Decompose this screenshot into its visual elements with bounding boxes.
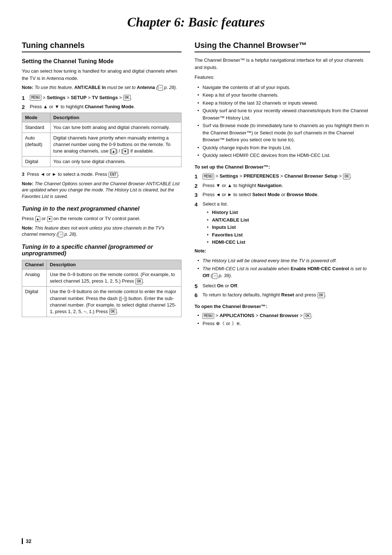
left-column: Tuning channels Setting the Channel Tuni… bbox=[22, 41, 181, 321]
channel-browser-title: Using the Channel Browser™ bbox=[195, 41, 370, 52]
channel-browser-intro: The Channel Browser™ is a helpful naviga… bbox=[195, 57, 370, 71]
setting-channel-tuning-mode: Setting the Channel Tuning Mode You can … bbox=[22, 58, 181, 200]
setting-intro: You can select how tuning is handled for… bbox=[22, 68, 181, 82]
table-row: Digital You can only tune digital channe… bbox=[22, 157, 181, 167]
desc-col-header: Description bbox=[50, 113, 181, 122]
setup-notes-list: The History List will be cleared every t… bbox=[195, 257, 370, 279]
setup-steps-list: MENU > Settings > PREFERENCES > Channel … bbox=[195, 173, 370, 246]
setup-steps-continued: Select On or Off. To return to factory d… bbox=[195, 282, 370, 299]
setup-label: To set up the Channel Browser™: bbox=[195, 163, 370, 171]
down-icon: ▼ bbox=[123, 149, 128, 154]
desc-auto: Digital channels have priority when manu… bbox=[50, 133, 181, 157]
open-label: To open the Channel Browser™: bbox=[195, 303, 370, 310]
desc-digital2: Use the 0–9 buttons on the remote contro… bbox=[47, 287, 181, 317]
ok6-icon: OK bbox=[304, 313, 311, 319]
channel-digital: Digital bbox=[22, 287, 47, 317]
step-2: Press ▲ or ▼ to highlight Channel Tuning… bbox=[22, 103, 181, 110]
setup-step-2: Press ▼ or ▲ to highlight Navigation. bbox=[195, 182, 370, 189]
open-item-2: Press ⊕《 or 》⊕. bbox=[197, 320, 370, 327]
open-item-1: MENU > APPLICATIONS > Channel Browser > … bbox=[197, 312, 370, 319]
right-column: Using the Channel Browser™ The Channel B… bbox=[195, 41, 370, 330]
tuning-next-note: Note: This feature does not work unless … bbox=[22, 225, 181, 238]
features-label: Features: bbox=[195, 74, 370, 81]
list-hdmi: HDMI-CEC List bbox=[207, 239, 370, 246]
setup-note-1: The History List will be cleared every t… bbox=[197, 257, 370, 264]
menu3-icon: MENU bbox=[203, 313, 214, 319]
up-icon: ▲ bbox=[111, 149, 116, 154]
mode-digital: Digital bbox=[22, 157, 50, 167]
tuning-next-body: Press ▲ or ▼ on the remote control or TV… bbox=[22, 215, 181, 222]
mode-standard: Standard bbox=[22, 122, 50, 133]
ref-icon: ☞ bbox=[158, 85, 163, 91]
setup-step-4: Select a list. History List ANT/CABLE Li… bbox=[195, 200, 370, 246]
menu-icon: MENU bbox=[30, 95, 41, 101]
desc-analog: Use the 0–9 buttons on the remote contro… bbox=[47, 269, 181, 286]
mode-col-header: Mode bbox=[22, 113, 50, 122]
features-list: Navigate the contents of all of your inp… bbox=[195, 84, 370, 159]
list-history: History List bbox=[207, 209, 370, 216]
mode-auto: Auto (default) bbox=[22, 133, 50, 157]
channel-col-header: Channel bbox=[22, 260, 47, 269]
ref2-icon: ☞ bbox=[58, 232, 63, 238]
specific-channel-table: Channel Description Analog Use the 0–9 b… bbox=[22, 260, 181, 317]
ok2-icon: OK bbox=[135, 279, 143, 284]
tuning-channels-title: Tuning channels bbox=[22, 41, 181, 52]
list-items: History List ANT/CABLE List Inputs List … bbox=[203, 209, 370, 246]
setup-step-6: To return to factory defaults, highlight… bbox=[195, 291, 370, 299]
feature-2: Keep a list of your favorite channels. bbox=[197, 92, 370, 99]
page: Chapter 6: Basic features Tuning channel… bbox=[0, 0, 392, 555]
ch-up-icon: ▲ bbox=[35, 216, 40, 222]
ref3-icon: ☞ bbox=[212, 273, 217, 279]
channel-analog: Analog bbox=[22, 269, 47, 286]
list-antcable: ANT/CABLE List bbox=[207, 216, 370, 224]
tuning-next-section: Tuning in to the next programmed channel… bbox=[22, 206, 181, 238]
page-number: 32 bbox=[22, 538, 32, 544]
feature-6: Quickly change inputs from the Inputs Li… bbox=[197, 144, 370, 151]
setting-channel-tuning-mode-title: Setting the Channel Tuning Mode bbox=[22, 58, 181, 65]
table-row: Standard You can tune both analog and di… bbox=[22, 122, 181, 133]
feature-3: Keep a history of the last 32 channels o… bbox=[197, 100, 370, 107]
feature-5: Surf via Browse mode (to immediately tun… bbox=[197, 122, 370, 143]
channel-tuning-table: Mode Description Standard You can tune b… bbox=[22, 113, 181, 167]
step-3: 3 Press ◄ or ► to select a mode. Press E… bbox=[22, 171, 181, 178]
ok5-icon: OK bbox=[318, 292, 325, 298]
setup-note-label: Note: bbox=[195, 248, 370, 255]
tuning-specific-section: Tuning in to a specific channel (program… bbox=[22, 244, 181, 317]
tuning-specific-title: Tuning in to a specific channel (program… bbox=[22, 244, 181, 257]
channel-browser-section: Using the Channel Browser™ The Channel B… bbox=[195, 41, 370, 327]
setup-step-3: Press ◄ or ► to select Select Mode or Br… bbox=[195, 191, 370, 198]
table-row: Digital Use the 0–9 buttons on the remot… bbox=[22, 287, 181, 317]
table-row: Analog Use the 0–9 buttons on the remote… bbox=[22, 269, 181, 286]
ok4-icon: OK bbox=[343, 174, 350, 179]
setup-note-2: The HDMI-CEC List is not available when … bbox=[197, 265, 370, 279]
feature-7: Quickly select HDMI® CEC devices from th… bbox=[197, 152, 370, 159]
desc-standard: You can tune both analog and digital cha… bbox=[50, 122, 181, 133]
feature-4: Quickly surf and tune to your recently v… bbox=[197, 107, 370, 121]
ok3-icon: OK bbox=[109, 309, 117, 315]
setting-note2: Note: The Channel Options screen and the… bbox=[22, 181, 181, 200]
setting-steps: MENU > Settings > SETUP > TV Settings > … bbox=[22, 94, 181, 110]
table-row: Auto (default) Digital channels have pri… bbox=[22, 133, 181, 157]
desc-digital: You can only tune digital channels. bbox=[50, 157, 181, 167]
list-inputs: Inputs List bbox=[207, 224, 370, 231]
tuning-next-title: Tuning in to the next programmed channel bbox=[22, 206, 181, 212]
chapter-title: Chapter 6: Basic features bbox=[22, 15, 370, 30]
setup-step-5: Select On or Off. bbox=[195, 282, 370, 289]
desc-col-header2: Description bbox=[47, 260, 181, 269]
ent-icon: ENT bbox=[109, 172, 118, 178]
setting-note: Note: To use this feature, ANT/CABLE In … bbox=[22, 85, 181, 91]
tuning-channels-section: Tuning channels Setting the Channel Tuni… bbox=[22, 41, 181, 317]
ch-down-icon: ▼ bbox=[47, 216, 52, 222]
setup-step-1: MENU > Settings > PREFERENCES > Channel … bbox=[195, 173, 370, 180]
menu2-icon: MENU bbox=[203, 174, 214, 179]
ok-icon: OK bbox=[123, 95, 131, 101]
open-list: MENU > APPLICATIONS > Channel Browser > … bbox=[195, 312, 370, 327]
step-1: MENU > Settings > SETUP > TV Settings > … bbox=[22, 94, 181, 101]
list-favorites: Favorites List bbox=[207, 231, 370, 239]
feature-1: Navigate the contents of all of your inp… bbox=[197, 84, 370, 91]
